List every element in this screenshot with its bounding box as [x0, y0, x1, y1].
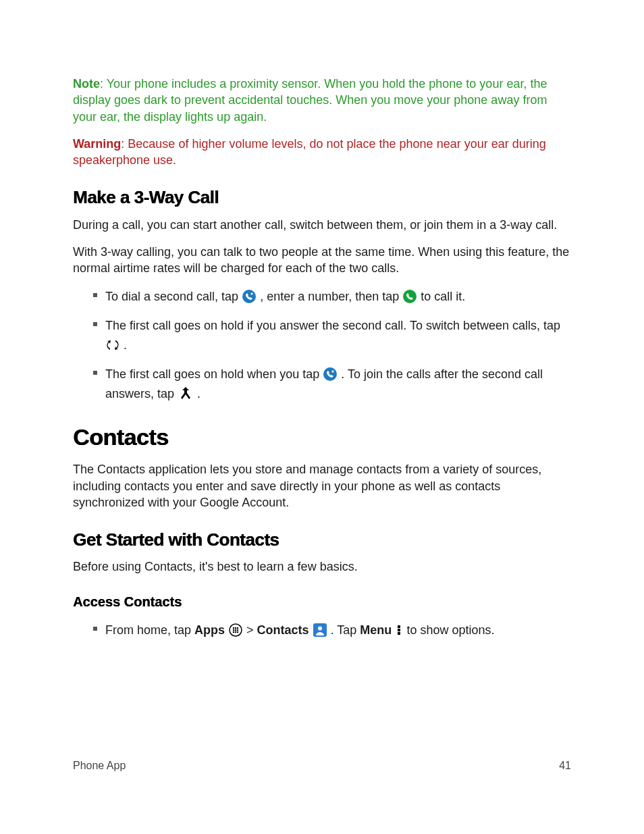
svg-rect-18	[398, 629, 400, 631]
merge-calls-icon	[178, 386, 193, 400]
li3-a: The first call goes on hold when you tap	[105, 367, 323, 381]
s1-p1: During a call, you can start another cal…	[73, 217, 571, 233]
s1-list: To dial a second call, tap , enter a num…	[73, 287, 571, 403]
svg-point-12	[233, 631, 234, 632]
s4-g: to show options.	[406, 623, 494, 637]
li2-b: .	[124, 338, 127, 352]
heading-contacts: Contacts	[73, 422, 571, 453]
heading-access: Access Contacts	[73, 593, 571, 611]
note-label: Note	[73, 77, 100, 90]
s1-p2: With 3-way calling, you can talk to two …	[73, 244, 571, 277]
svg-point-16	[318, 626, 322, 630]
heading-3way: Make a 3-Way Call	[73, 186, 571, 209]
apps-icon	[229, 623, 242, 637]
svg-point-2	[403, 290, 417, 303]
manual-page: Note: Your phone includes a proximity se…	[0, 0, 644, 834]
svg-rect-19	[398, 632, 400, 635]
s4-list: From home, tap Apps > Contacts . Tap Men…	[73, 621, 571, 640]
svg-point-7	[235, 627, 236, 628]
warning-text: : Because of higher volume levels, do no…	[73, 137, 546, 167]
svg-point-0	[242, 290, 256, 303]
li2-a: The first call goes on hold if you answe…	[105, 319, 560, 332]
list-item: The first call goes on hold if you answe…	[93, 316, 571, 355]
s2-p1: The Contacts application lets you store …	[73, 461, 571, 511]
menu-icon	[396, 623, 402, 637]
call-icon	[403, 290, 417, 303]
list-item: To dial a second call, tap , enter a num…	[93, 287, 571, 307]
li1-a: To dial a second call, tap	[105, 290, 242, 303]
svg-point-9	[233, 629, 234, 630]
svg-point-13	[235, 631, 236, 632]
svg-point-6	[233, 627, 234, 628]
svg-point-8	[237, 627, 238, 628]
s3-p1: Before using Contacts, it's best to lear…	[73, 558, 571, 575]
warning-label: Warning	[73, 137, 121, 151]
footer-page: 41	[559, 758, 571, 773]
s4-c: >	[246, 623, 257, 637]
apps-label: Apps	[194, 623, 225, 637]
page-footer: Phone App 41	[73, 758, 571, 773]
add-call-icon	[242, 290, 256, 303]
contacts-label: Contacts	[257, 623, 309, 637]
footer-section: Phone App	[73, 758, 126, 773]
add-call-icon	[323, 367, 337, 381]
svg-rect-17	[398, 625, 400, 628]
note-paragraph: Note: Your phone includes a proximity se…	[73, 76, 571, 125]
li3-c: .	[197, 387, 200, 400]
svg-point-10	[235, 629, 236, 630]
svg-point-11	[237, 629, 238, 630]
li1-b: , enter a number, then tap	[260, 290, 402, 303]
s4-e: . Tap	[331, 623, 360, 637]
note-text: : Your phone includes a proximity sensor…	[73, 77, 547, 124]
heading-getstarted: Get Started with Contacts	[73, 528, 571, 552]
list-item: From home, tap Apps > Contacts . Tap Men…	[93, 621, 571, 640]
svg-point-14	[237, 631, 238, 632]
contacts-app-icon	[313, 623, 327, 637]
warning-paragraph: Warning: Because of higher volume levels…	[73, 136, 571, 169]
swap-calls-icon	[106, 338, 119, 352]
svg-point-3	[323, 367, 337, 381]
li1-c: to call it.	[421, 290, 465, 303]
list-item: The first call goes on hold when you tap…	[93, 365, 571, 404]
s4-a: From home, tap	[105, 623, 194, 637]
menu-label: Menu	[360, 623, 392, 637]
